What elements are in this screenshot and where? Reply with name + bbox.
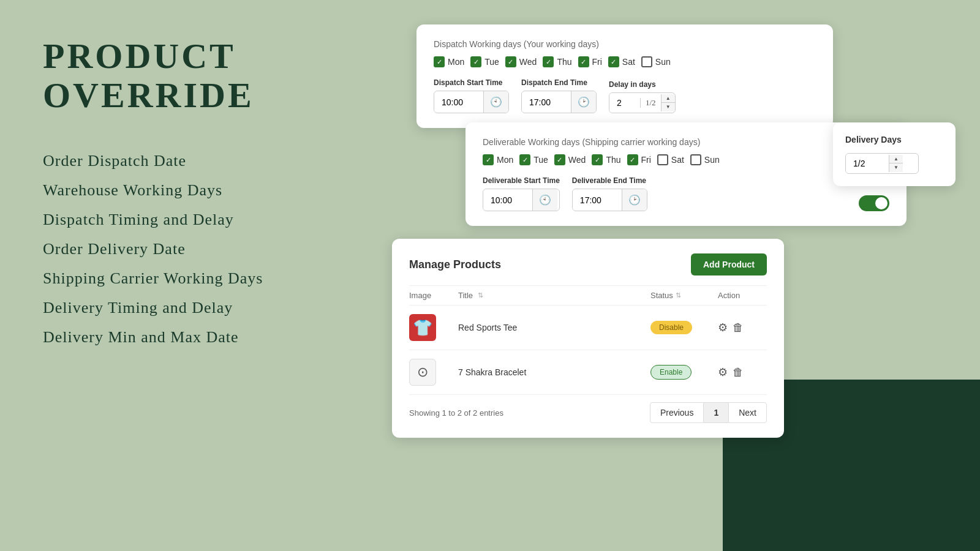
dispatch-card: Dispatch Working days (Your working days… bbox=[417, 24, 833, 128]
product-action-col: ⚙ 🗑 bbox=[718, 321, 767, 334]
dispatch-day-checkbox[interactable]: ✓Tue bbox=[470, 56, 499, 67]
settings-icon[interactable]: ⚙ bbox=[718, 365, 728, 379]
checkbox-box[interactable]: ✓ bbox=[519, 154, 530, 165]
dispatch-start-input-wrapper: 🕙 bbox=[434, 91, 509, 113]
products-table-header: Image Title ⇅ Status ⇅ Action bbox=[409, 285, 767, 305]
delivery-day-checkbox[interactable]: ✓Thu bbox=[592, 154, 620, 165]
dispatch-delay-fraction: 1/2 bbox=[640, 98, 661, 108]
product-action-col: ⚙ 🗑 bbox=[718, 365, 767, 379]
dispatch-day-checkbox[interactable]: ✓Mon bbox=[434, 56, 464, 67]
delivery-start-input[interactable] bbox=[483, 190, 532, 210]
delivery-day-checkbox[interactable]: Sat bbox=[657, 154, 684, 165]
delivery-days-fraction-input[interactable] bbox=[846, 154, 889, 173]
col-header-image: Image bbox=[409, 291, 452, 300]
status-badge-disable: Disable bbox=[650, 321, 692, 334]
delivery-day-checkbox[interactable]: ✓Mon bbox=[483, 154, 513, 165]
delivery-toggle[interactable] bbox=[859, 195, 889, 211]
day-label: Sun bbox=[655, 57, 671, 67]
delivery-days-up-btn[interactable]: ▲ bbox=[889, 155, 903, 163]
checkbox-box[interactable] bbox=[657, 154, 668, 165]
dispatch-day-checkbox[interactable]: ✓Thu bbox=[543, 56, 571, 67]
checkbox-box[interactable]: ✓ bbox=[470, 56, 481, 67]
settings-icon[interactable]: ⚙ bbox=[718, 321, 728, 334]
product-title-text: 7 Shakra Bracelet bbox=[458, 367, 526, 377]
products-header: Manage Products Add Product bbox=[409, 253, 767, 276]
feature-item: Dispatch Timing and Delay bbox=[43, 211, 355, 229]
dispatch-day-checkbox[interactable]: ✓Wed bbox=[505, 56, 537, 67]
day-label: Mon bbox=[448, 57, 464, 67]
checkbox-box[interactable]: ✓ bbox=[483, 154, 494, 165]
day-label: Tue bbox=[484, 57, 499, 67]
dispatch-delay-label: Delay in days bbox=[609, 80, 676, 89]
checkbox-box[interactable]: ✓ bbox=[434, 56, 445, 67]
delivery-start-field: Deliverable Start Time 🕙 bbox=[483, 176, 560, 211]
dispatch-day-checkbox[interactable]: ✓Sat bbox=[608, 56, 635, 67]
feature-item: Delivery Timing and Delay bbox=[43, 299, 355, 317]
day-label: Sat bbox=[671, 155, 684, 165]
dispatch-start-field: Dispatch Start Time 🕙 bbox=[434, 78, 509, 113]
checkbox-box[interactable]: ✓ bbox=[627, 154, 638, 165]
add-product-button[interactable]: Add Product bbox=[691, 253, 767, 276]
delivery-day-checkbox[interactable]: ✓Wed bbox=[554, 154, 586, 165]
status-sort-icon[interactable]: ⇅ bbox=[676, 291, 681, 299]
checkbox-box[interactable] bbox=[641, 56, 652, 67]
dispatch-delay-down-btn[interactable]: ▼ bbox=[662, 103, 675, 111]
col-header-action: Action bbox=[718, 291, 767, 300]
checkbox-box[interactable]: ✓ bbox=[578, 56, 589, 67]
dispatch-days-row: ✓Mon✓Tue✓Wed✓Thu✓Fri✓SatSun bbox=[434, 56, 816, 67]
previous-page-button[interactable]: Previous bbox=[650, 402, 704, 423]
product-title-col: 7 Shakra Bracelet bbox=[458, 367, 644, 377]
manage-products-title: Manage Products bbox=[409, 258, 501, 271]
checkbox-box[interactable]: ✓ bbox=[592, 154, 603, 165]
table-row: ⊙ 7 Shakra Bracelet Enable ⚙ 🗑 bbox=[409, 350, 767, 395]
dispatch-day-checkbox[interactable]: Sun bbox=[641, 56, 671, 67]
dispatch-start-clock-icon: 🕙 bbox=[483, 91, 508, 113]
dispatch-delay-wrapper: 1/2 ▲ ▼ bbox=[609, 92, 676, 113]
dispatch-time-fields: Dispatch Start Time 🕙 Dispatch End Time … bbox=[434, 78, 816, 113]
dispatch-delay-field: Delay in days 1/2 ▲ ▼ bbox=[609, 80, 676, 113]
day-label: Thu bbox=[557, 57, 571, 67]
dispatch-end-input[interactable] bbox=[522, 92, 571, 112]
checkbox-box[interactable]: ✓ bbox=[505, 56, 516, 67]
products-card: Manage Products Add Product Image Title … bbox=[392, 239, 784, 438]
day-label: Sat bbox=[622, 57, 635, 67]
delivery-days-partial-card: Delivery Days ▲ ▼ bbox=[833, 122, 956, 186]
bracelet-icon: ⊙ bbox=[417, 364, 428, 380]
checkbox-box[interactable] bbox=[690, 154, 701, 165]
left-panel: Product Override Order Dispatch DateWare… bbox=[0, 0, 392, 551]
delivery-end-label: Deliverable End Time bbox=[572, 176, 647, 185]
delivery-end-input[interactable] bbox=[573, 190, 622, 210]
delivery-day-checkbox[interactable]: ✓Fri bbox=[627, 154, 651, 165]
delivery-start-input-wrapper: 🕙 bbox=[483, 189, 560, 211]
table-row: 👕 Red Sports Tee Disable ⚙ 🗑 bbox=[409, 305, 767, 350]
checkbox-box[interactable]: ✓ bbox=[543, 56, 554, 67]
delivery-end-field: Deliverable End Time 🕑 bbox=[572, 176, 647, 211]
table-footer: Showing 1 to 2 of 2 entries Previous 1 N… bbox=[409, 395, 767, 423]
pagination: Previous 1 Next bbox=[650, 402, 767, 423]
checkbox-box[interactable]: ✓ bbox=[608, 56, 619, 67]
feature-item: Delivery Min and Max Date bbox=[43, 328, 355, 347]
delivery-section-title: Deliverable Working days (Shipping carri… bbox=[483, 137, 889, 147]
dispatch-end-input-wrapper: 🕑 bbox=[521, 91, 597, 113]
dispatch-delay-input[interactable] bbox=[609, 93, 640, 113]
delivery-days-down-btn[interactable]: ▼ bbox=[889, 163, 903, 172]
feature-item: Shipping Carrier Working Days bbox=[43, 269, 355, 288]
dispatch-start-label: Dispatch Start Time bbox=[434, 78, 509, 87]
page-number-button[interactable]: 1 bbox=[704, 402, 728, 423]
delivery-day-checkbox[interactable]: ✓Tue bbox=[519, 154, 548, 165]
dispatch-start-input[interactable] bbox=[434, 92, 483, 112]
delete-icon[interactable]: 🗑 bbox=[733, 321, 744, 334]
title-sort-icon[interactable]: ⇅ bbox=[478, 291, 483, 299]
dispatch-end-label: Dispatch End Time bbox=[521, 78, 597, 87]
delete-icon[interactable]: 🗑 bbox=[733, 366, 744, 379]
delivery-start-clock-icon: 🕙 bbox=[532, 189, 557, 211]
day-label: Thu bbox=[606, 155, 620, 165]
dispatch-delay-up-btn[interactable]: ▲ bbox=[662, 94, 675, 103]
next-page-button[interactable]: Next bbox=[728, 402, 767, 423]
dispatch-day-checkbox[interactable]: ✓Fri bbox=[578, 56, 602, 67]
product-status-col: Disable bbox=[650, 321, 712, 334]
delivery-end-input-wrapper: 🕑 bbox=[572, 189, 647, 211]
delivery-day-checkbox[interactable]: Sun bbox=[690, 154, 720, 165]
checkbox-box[interactable]: ✓ bbox=[554, 154, 565, 165]
status-badge-enable: Enable bbox=[650, 365, 692, 380]
